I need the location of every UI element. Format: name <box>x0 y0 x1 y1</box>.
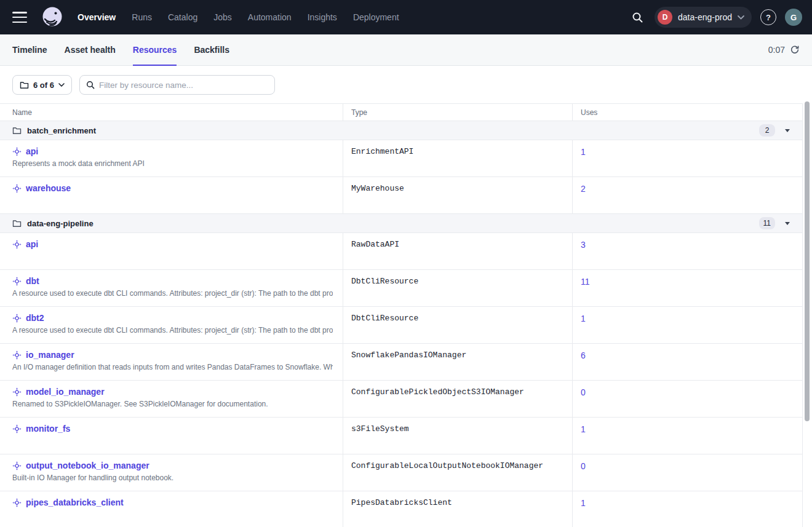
resource-name-cell: api <box>0 233 343 269</box>
collapse-caret-icon[interactable] <box>785 222 790 225</box>
resource-name-link[interactable]: dbt <box>26 276 39 286</box>
resource-type-cell: ConfigurableLocalOutputNotebookIOManager <box>343 454 572 491</box>
nav-item-deployment[interactable]: Deployment <box>353 12 399 22</box>
resource-type-cell: MyWarehouse <box>343 177 572 213</box>
group-row-right: 11 <box>759 217 790 229</box>
dagster-logo-icon[interactable] <box>41 6 64 29</box>
uses-count-link[interactable]: 2 <box>581 184 586 194</box>
deployment-initial-badge: D <box>658 10 672 25</box>
search-icon[interactable] <box>629 9 646 26</box>
resource-name-link[interactable]: api <box>26 239 38 249</box>
uses-count-link[interactable]: 1 <box>581 314 586 323</box>
group-row-data-eng-pipeline[interactable]: data-eng-pipeline11 <box>0 214 802 233</box>
resource-row-monitor_fs: monitor_fss3FileSystem1 <box>0 418 802 454</box>
resource-icon <box>12 461 22 470</box>
group-row-batch_enrichment[interactable]: batch_enrichment2 <box>0 121 802 140</box>
nav-item-jobs[interactable]: Jobs <box>213 12 232 22</box>
resource-name-cell: dbt2A resource used to execute dbt CLI c… <box>0 307 343 343</box>
nav-item-automation[interactable]: Automation <box>248 12 292 22</box>
tab-backfills[interactable]: Backfills <box>194 35 229 66</box>
table-body: batch_enrichment2apiRepresents a mock da… <box>0 121 802 527</box>
resource-type-cell: EnrichmentAPI <box>343 140 572 176</box>
folder-icon <box>20 81 29 89</box>
group-count-badge: 2 <box>759 124 775 137</box>
resource-row-io_manager: io_managerAn I/O manager definition that… <box>0 344 802 381</box>
resource-filter-input[interactable] <box>99 81 268 90</box>
uses-count-link[interactable]: 0 <box>581 461 586 471</box>
deployment-name: data-eng-prod <box>678 12 732 22</box>
resource-name-link[interactable]: warehouse <box>26 183 71 193</box>
uses-count-link[interactable]: 1 <box>581 424 586 434</box>
user-avatar[interactable]: G <box>785 9 802 26</box>
column-header-name: Name <box>0 104 343 121</box>
filter-row: 6 of 6 <box>0 66 812 103</box>
resource-name-cell: apiRepresents a mock data enrichment API <box>0 140 343 176</box>
folder-icon <box>12 220 22 228</box>
resource-uses-cell: 1 <box>572 491 803 527</box>
chevron-down-icon <box>58 83 65 87</box>
overview-tabbar: TimelineAsset healthResourcesBackfills 0… <box>0 34 812 66</box>
resource-icon <box>12 351 22 360</box>
resource-name-link[interactable]: io_manager <box>26 350 74 360</box>
resource-uses-cell: 0 <box>572 454 803 491</box>
uses-count-link[interactable]: 1 <box>581 147 586 157</box>
resource-name-link[interactable]: pipes_databricks_client <box>26 497 124 507</box>
resource-uses-cell: 1 <box>572 140 803 176</box>
refresh-icon[interactable] <box>790 45 800 55</box>
vertical-scrollbar[interactable] <box>805 101 810 421</box>
resource-type-cell: s3FileSystem <box>343 418 572 454</box>
resource-description: Renamed to S3PickleIOManager. See S3Pick… <box>12 400 333 408</box>
tabs: TimelineAsset healthResourcesBackfills <box>12 34 229 65</box>
resource-name-link[interactable]: output_notebook_io_manager <box>26 461 149 470</box>
refresh-timer: 0:07 <box>768 45 785 55</box>
chevron-down-icon <box>738 15 744 20</box>
resource-name-link[interactable]: dbt2 <box>26 313 44 323</box>
resource-icon <box>12 314 22 323</box>
group-name: batch_enrichment <box>27 126 96 135</box>
collapse-caret-icon[interactable] <box>785 129 790 132</box>
resource-row-pipes_databricks_client: pipes_databricks_clientPipesDatabricksCl… <box>0 491 802 527</box>
table-header: Name Type Uses <box>0 103 802 121</box>
column-header-type: Type <box>343 104 572 121</box>
resource-name-link[interactable]: model_io_manager <box>26 387 105 397</box>
nav-item-catalog[interactable]: Catalog <box>168 12 197 22</box>
primary-nav: OverviewRunsCatalogJobsAutomationInsight… <box>78 12 399 22</box>
nav-item-insights[interactable]: Insights <box>308 12 337 22</box>
nav-item-runs[interactable]: Runs <box>132 12 152 22</box>
uses-count-link[interactable]: 3 <box>581 240 586 250</box>
resource-icon <box>12 424 22 434</box>
resource-row-warehouse: warehouseMyWarehouse2 <box>0 177 802 214</box>
uses-count-link[interactable]: 1 <box>581 498 586 508</box>
resource-name-cell: pipes_databricks_client <box>0 491 343 527</box>
resource-uses-cell: 1 <box>572 418 803 454</box>
resource-row-dbt: dbtA resource used to execute dbt CLI co… <box>0 270 802 307</box>
resource-icon <box>12 498 22 507</box>
resource-type-cell: PipesDatabricksClient <box>343 491 572 527</box>
resource-uses-cell: 11 <box>572 270 803 306</box>
deployment-switcher[interactable]: D data-eng-prod <box>655 7 752 28</box>
resource-type-cell: RawDataAPI <box>343 233 572 269</box>
nav-item-overview[interactable]: Overview <box>78 12 116 22</box>
resource-filter-field <box>79 75 275 95</box>
tab-asset-health[interactable]: Asset health <box>65 35 116 66</box>
resource-name-cell: warehouse <box>0 177 343 213</box>
resource-icon <box>12 184 22 193</box>
help-icon[interactable]: ? <box>760 9 776 25</box>
resource-type-cell: SnowflakePandasIOManager <box>343 344 572 380</box>
uses-count-link[interactable]: 11 <box>581 277 590 287</box>
resource-name-cell: model_io_managerRenamed to S3PickleIOMan… <box>0 381 343 417</box>
uses-count-link[interactable]: 6 <box>581 351 586 360</box>
resources-table: Name Type Uses batch_enrichment2apiRepre… <box>0 103 803 527</box>
group-filter-button[interactable]: 6 of 6 <box>12 75 72 95</box>
folder-icon <box>12 127 22 135</box>
resource-name-link[interactable]: api <box>26 146 38 156</box>
resource-type-cell: DbtCliResource <box>343 270 572 306</box>
resource-name-link[interactable]: monitor_fs <box>26 424 70 434</box>
resource-type-cell: DbtCliResource <box>343 307 572 343</box>
tab-timeline[interactable]: Timeline <box>12 35 47 66</box>
uses-count-link[interactable]: 0 <box>581 387 586 397</box>
resource-icon <box>12 147 22 156</box>
tab-resources[interactable]: Resources <box>133 35 177 66</box>
resource-description: A resource used to execute dbt CLI comma… <box>12 326 333 335</box>
menu-icon[interactable] <box>12 12 27 23</box>
